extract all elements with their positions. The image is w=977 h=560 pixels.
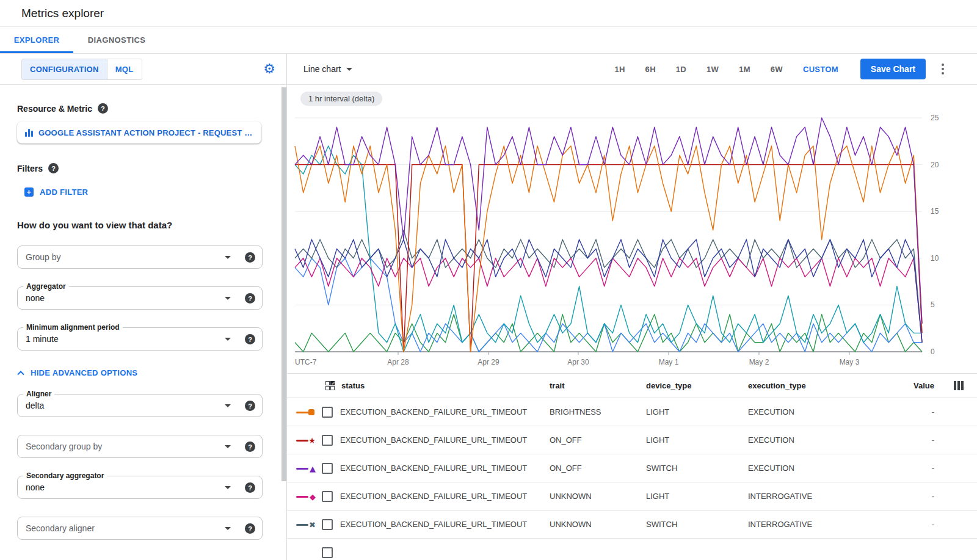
status-cell: EXECUTION_BACKEND_FAILURE_URL_TIMEOUT [340,492,550,501]
secondary-group-by-select[interactable]: Secondary group by ? [17,435,263,458]
group-by-select[interactable]: Group by ? [17,245,263,269]
table-row: ✖EXECUTION_BACKEND_FAILURE_URL_TIMEOUTUN… [287,511,977,539]
series-checkbox[interactable] [322,491,333,502]
chart-toolbar: Line chart 1H6H1D1W1M6W CUSTOM Save Char… [287,54,977,85]
series-checkbox[interactable] [322,547,333,558]
help-icon[interactable]: ? [245,523,255,534]
chart-type-select[interactable]: Line chart [303,64,352,74]
chevron-down-icon [225,256,231,259]
time-range-6h[interactable]: 6H [645,65,656,74]
resource-metric-chip-label: GOOGLE ASSISTANT ACTION PROJECT - REQUES… [38,128,253,137]
series-marker-icon [296,548,317,558]
view-data-heading: How do you want to view that data? [17,220,269,230]
select-series-icon[interactable] [325,381,335,390]
series-marker-icon: ★ [296,435,317,445]
chevron-up-icon [17,371,24,376]
value-cell: - [888,435,934,445]
time-range-1d[interactable]: 1D [676,65,686,74]
series-checkbox[interactable] [322,463,333,474]
save-chart-button[interactable]: Save Chart [860,59,926,79]
timezone-label: UTC-7 [295,358,317,366]
time-range-1h[interactable]: 1H [614,65,625,74]
x-axis-tick-label: Apr 29 [478,358,499,366]
table-row: ▲EXECUTION_BACKEND_FAILURE_URL_TIMEOUTON… [287,454,977,482]
page-title: Metrics explorer [21,7,104,20]
secondary-aligner-select[interactable]: Secondary aligner ? [17,517,263,540]
metrics-explorer-app: Metrics explorer EXPLORER DIAGNOSTICS CO… [0,0,977,560]
execution-type-cell: EXECUTION [748,407,888,416]
configuration-toggle-button[interactable]: CONFIGURATION [22,59,107,79]
execution-type-column-header: execution_type [748,381,888,390]
series-checkbox[interactable] [322,407,333,418]
series-marker-line [296,468,308,470]
bar-chart-icon [25,129,33,137]
interval-badge: 1 hr interval (delta) [300,92,382,106]
help-icon[interactable]: ? [245,482,255,493]
time-range-1m[interactable]: 1M [739,65,750,74]
trait-cell: UNKNOWN [550,492,646,501]
resource-metric-chip[interactable]: GOOGLE ASSISTANT ACTION PROJECT - REQUES… [17,122,261,144]
legend-table: status trait device_type execution_type … [287,373,977,560]
custom-time-range-button[interactable]: CUSTOM [803,65,838,74]
series-marker-line [296,496,308,498]
legend-table-body: EXECUTION_BACKEND_FAILURE_URL_TIMEOUTBRI… [287,398,977,560]
hide-advanced-options-link[interactable]: HIDE ADVANCED OPTIONS [17,368,269,377]
help-icon[interactable]: ? [245,401,255,411]
settings-gear-icon[interactable]: ⚙ [263,62,275,76]
y-axis-tick-label: 20 [931,161,939,169]
field-label: Secondary aggregator [23,471,107,480]
tab-diagnostics[interactable]: DIAGNOSTICS [73,27,160,53]
chevron-down-icon [225,338,231,341]
series-marker-line [296,412,308,413]
device-type-cell: SWITCH [646,464,748,473]
status-cell: EXECUTION_BACKEND_FAILURE_URL_TIMEOUT [340,435,550,445]
left-panel-scrollbar[interactable] [281,87,286,481]
chart-panel: Line chart 1H6H1D1W1M6W CUSTOM Save Char… [287,54,977,560]
device-type-cell: LIGHT [646,407,748,416]
chevron-down-icon [225,404,231,407]
field-list: Group by ? Aggregator none ? Minimum ali… [17,245,269,540]
chevron-down-icon [225,527,231,530]
help-icon[interactable]: ? [245,442,255,452]
series-checkbox[interactable] [322,519,333,530]
value-cell: - [888,520,934,529]
help-icon[interactable]: ? [245,334,255,344]
time-range-6w[interactable]: 6W [771,65,783,74]
table-row: EXECUTION_BACKEND_FAILURE_URL_TIMEOUTBRI… [287,398,977,426]
field-label: Aligner [23,390,54,398]
help-icon[interactable]: ? [48,163,59,173]
more-options-icon[interactable] [942,64,944,75]
value-cell: - [888,492,934,501]
tab-explorer[interactable]: EXPLORER [0,27,73,53]
column-settings-icon[interactable] [934,381,964,390]
help-icon[interactable]: ? [245,252,255,263]
help-icon[interactable]: ? [245,293,255,304]
config-mode-bar: CONFIGURATION MQL ⚙ [0,54,286,85]
secondary-aggregator-select[interactable]: Secondary aggregator none ? [17,476,263,499]
y-axis-tick-label: 25 [931,114,939,122]
time-range-1w[interactable]: 1W [706,65,719,74]
execution-type-cell: EXECUTION [748,464,888,473]
page-header: Metrics explorer [0,0,977,27]
x-axis-tick-label: May 3 [840,358,860,366]
series-marker-icon: ▲ [296,464,317,473]
help-icon[interactable]: ? [98,103,108,114]
series-marker-line [296,524,308,526]
series-checkbox[interactable] [322,435,333,446]
status-column-header: status [296,381,550,390]
tab-diagnostics-label: DIAGNOSTICS [88,35,146,45]
main-content: CONFIGURATION MQL ⚙ Resource & Metric ? … [0,54,977,560]
aggregator-select[interactable]: Aggregator none ? [17,286,263,310]
chart-canvas[interactable]: 0510152025Apr 28Apr 29Apr 30May 1May 2Ma… [287,85,976,373]
series-marker-icon: ◆ [296,492,317,501]
min-alignment-period-select[interactable]: Minimum alignment period 1 minute ? [17,327,263,351]
x-axis-tick-label: May 1 [659,358,679,366]
trait-cell: UNKNOWN [550,520,646,529]
series-marker-shape: ◆ [310,492,316,500]
series-marker-shape: ★ [308,436,316,444]
mql-toggle-button[interactable]: MQL [107,59,142,79]
aligner-select[interactable]: Aligner delta ? [17,394,263,417]
chevron-down-icon [225,445,231,448]
field-label: Aggregator [23,282,69,291]
add-filter-button[interactable]: + ADD FILTER [24,187,269,197]
